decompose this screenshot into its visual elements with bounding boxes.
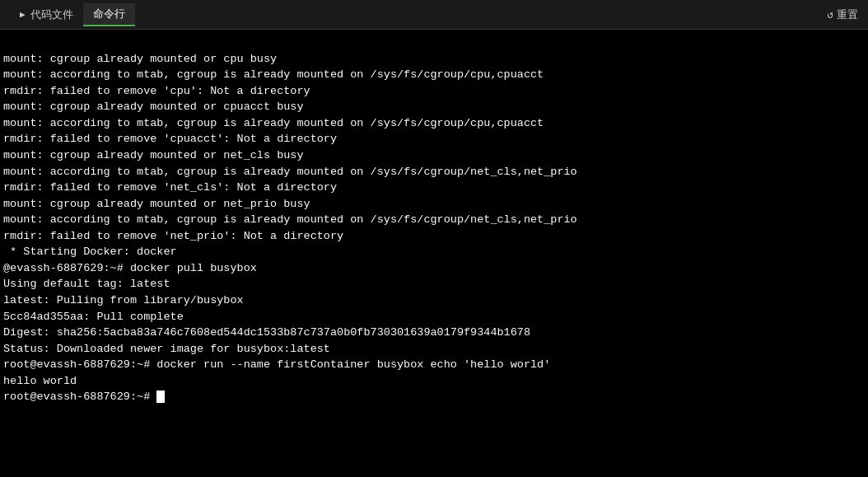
terminal-line: root@evassh-6887629:~# docker run --name…	[3, 357, 865, 373]
refresh-icon: ↺	[827, 8, 833, 21]
terminal-line: mount: cgroup already mounted or cpuacct…	[3, 99, 865, 115]
terminal-cursor	[156, 390, 165, 403]
terminal[interactable]: mount: cgroup already mounted or cpu bus…	[0, 30, 868, 477]
terminal-line: root@evassh-6887629:~#	[3, 389, 865, 405]
terminal-line: 5cc84ad355aa: Pull complete	[3, 309, 865, 325]
terminal-line: @evassh-6887629:~# docker pull busybox	[3, 260, 865, 277]
terminal-line: * Starting Docker: docker	[3, 244, 865, 260]
refresh-label: 重置	[837, 7, 858, 22]
terminal-line: mount: according to mtab, cgroup is alre…	[3, 115, 865, 132]
terminal-line: mount: according to mtab, cgroup is alre…	[3, 212, 865, 228]
tab-command-line[interactable]: 命令行	[83, 3, 135, 26]
terminal-line: rmdir: failed to remove 'net_prio': Not …	[3, 228, 865, 245]
terminal-line: mount: cgroup already mounted or cpu bus…	[3, 51, 865, 68]
terminal-line: mount: cgroup already mounted or net_pri…	[3, 196, 865, 213]
terminal-line: hello world	[3, 373, 865, 390]
terminal-line: mount: according to mtab, cgroup is alre…	[3, 67, 865, 83]
terminal-line: rmdir: failed to remove 'cpu': Not a dir…	[3, 83, 865, 100]
tab-command-line-label: 命令行	[93, 7, 125, 21]
terminal-line: rmdir: failed to remove 'net_cls': Not a…	[3, 180, 865, 196]
terminal-line: Status: Downloaded newer image for busyb…	[3, 341, 865, 358]
terminal-line: latest: Pulling from library/busybox	[3, 292, 865, 309]
terminal-line: mount: according to mtab, cgroup is alre…	[3, 164, 865, 180]
tab-code-files-label: 代码文件	[30, 7, 73, 22]
terminal-line: mount: cgroup already mounted or net_cls…	[3, 147, 865, 164]
titlebar: ▶ 代码文件 命令行 ↺ 重置	[0, 0, 868, 30]
terminal-line: Digest: sha256:5acba83a746c7608ed544dc15…	[3, 325, 865, 341]
refresh-button[interactable]: ↺ 重置	[827, 7, 858, 22]
play-icon: ▶	[20, 9, 26, 20]
titlebar-actions: ↺ 重置	[827, 7, 858, 22]
tab-code-files[interactable]: ▶ 代码文件	[10, 4, 83, 26]
terminal-line: rmdir: failed to remove 'cpuacct': Not a…	[3, 131, 865, 147]
terminal-line: Using default tag: latest	[3, 276, 865, 292]
